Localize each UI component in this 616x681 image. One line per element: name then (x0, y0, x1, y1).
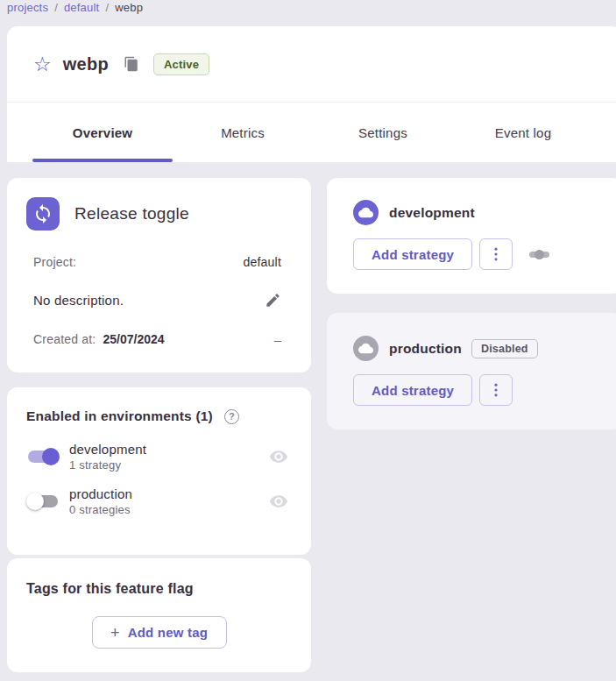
toggle-thumb (42, 448, 60, 465)
flag-type-label: Release toggle (74, 204, 189, 223)
created-row: Created at: 25/07/2024 – (33, 332, 281, 346)
more-options-button[interactable] (479, 374, 513, 406)
production-panel-header: production Disabled (353, 336, 616, 361)
environments-card: Enabled in environments (1) ? developmen… (7, 387, 311, 555)
status-badge: Active (153, 53, 209, 75)
project-row: Project: default (33, 255, 281, 269)
disabled-badge: Disabled (471, 339, 538, 358)
created-value: 25/07/2024 (103, 332, 164, 346)
breadcrumb-projects-link[interactable]: projects (7, 1, 48, 14)
production-environment-panel: production Disabled Add strategy (327, 313, 616, 429)
environments-title-row: Enabled in environments (1) ? (26, 408, 288, 424)
development-toggle[interactable] (26, 446, 60, 467)
flag-info-rows: Project: default No description. Created… (26, 255, 290, 346)
breadcrumb-separator: / (105, 1, 109, 14)
development-panel-actions: Add strategy (353, 238, 616, 270)
environment-row-production: production 0 strategies (26, 486, 288, 516)
eye-icon[interactable] (269, 447, 288, 466)
feature-header-card: ☆ webp Active Overview Metrics Settings … (7, 26, 616, 162)
environment-cloud-icon (353, 200, 379, 225)
description-text: No description. (33, 293, 124, 308)
environment-name: development (69, 442, 146, 457)
description-row: No description. (33, 292, 281, 309)
breadcrumb-current-page: webp (115, 1, 143, 14)
add-new-tag-label: Add new tag (128, 625, 208, 640)
edit-description-icon[interactable] (265, 292, 281, 309)
feature-tabs: Overview Metrics Settings Event log (7, 103, 616, 162)
environment-panel-name: production (389, 341, 462, 357)
environment-cloud-icon (353, 336, 379, 361)
created-label: Created at: (33, 332, 96, 346)
production-panel-actions: Add strategy (353, 374, 616, 406)
tab-metrics[interactable]: Metrics (173, 103, 313, 162)
environment-row-development: development 1 strategy (26, 442, 288, 472)
flag-type-header: Release toggle (26, 197, 290, 231)
project-label: Project: (33, 255, 76, 269)
favorite-star-icon[interactable]: ☆ (33, 54, 52, 74)
environment-name: production (69, 486, 132, 501)
collapse-icon[interactable]: – (274, 333, 281, 346)
page-title: webp (63, 54, 109, 74)
development-environment-panel: development Add strategy (327, 178, 616, 294)
breadcrumb-default-link[interactable]: default (64, 1, 99, 14)
tags-card: Tags for this feature flag + Add new tag (7, 558, 311, 672)
feature-title-row: ☆ webp Active (7, 26, 616, 103)
environment-strategy-count: 0 strategies (69, 503, 132, 516)
production-toggle[interactable] (26, 491, 60, 512)
release-toggle-icon (26, 197, 60, 231)
copy-name-icon[interactable] (124, 56, 139, 72)
flag-details-card: Release toggle Project: default No descr… (7, 178, 311, 372)
eye-icon[interactable] (269, 492, 288, 511)
environments-title: Enabled in environments (1) (26, 408, 213, 424)
development-panel-header: development (353, 200, 616, 225)
plus-icon: + (110, 625, 120, 641)
add-strategy-button[interactable]: Add strategy (353, 374, 472, 406)
strategy-connector-icon (529, 252, 549, 258)
tags-title: Tags for this feature flag (26, 581, 292, 597)
tab-overview[interactable]: Overview (32, 103, 173, 162)
toggle-thumb (26, 493, 44, 510)
help-icon[interactable]: ? (224, 409, 239, 424)
tab-event-log[interactable]: Event log (453, 103, 593, 162)
environment-strategy-count: 1 strategy (69, 458, 146, 472)
add-new-tag-button[interactable]: + Add new tag (92, 616, 227, 649)
breadcrumb-separator: / (54, 1, 58, 14)
environment-panel-name: development (389, 205, 475, 221)
tab-settings[interactable]: Settings (313, 103, 453, 162)
breadcrumb: projects / default / webp (7, 1, 143, 14)
more-options-button[interactable] (479, 238, 513, 270)
add-strategy-button[interactable]: Add strategy (353, 238, 472, 270)
project-value: default (244, 255, 281, 269)
